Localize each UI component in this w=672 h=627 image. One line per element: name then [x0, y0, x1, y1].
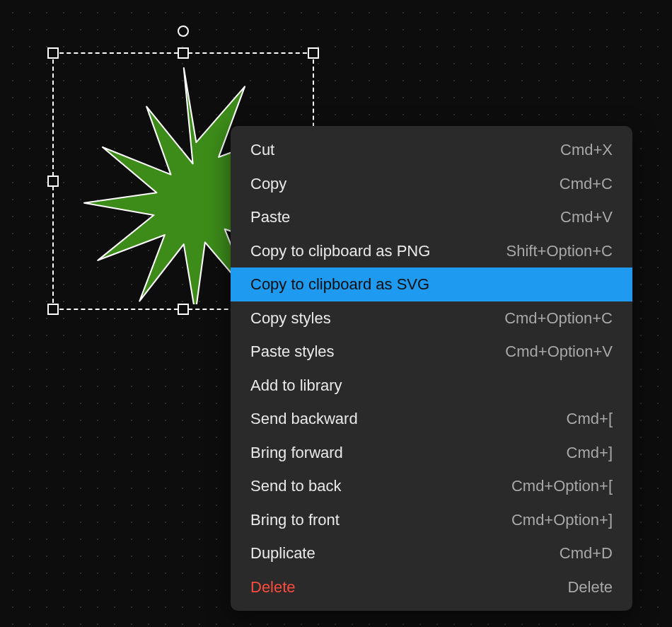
- menu-item-label: Delete: [250, 577, 296, 597]
- menu-item-label: Add to library: [250, 376, 342, 396]
- menu-item-paste-styles[interactable]: Paste stylesCmd+Option+V: [231, 335, 632, 369]
- menu-item-shortcut: Cmd+Option+C: [504, 309, 613, 328]
- menu-item-send-backward[interactable]: Send backwardCmd+[: [231, 402, 632, 436]
- menu-item-shortcut: Cmd+Option+]: [511, 510, 613, 530]
- menu-item-shortcut: Cmd+[: [567, 409, 613, 429]
- menu-item-label: Duplicate: [250, 543, 315, 563]
- rotate-handle-icon[interactable]: [178, 25, 189, 37]
- menu-item-paste[interactable]: PasteCmd+V: [231, 200, 632, 234]
- menu-item-add-to-library[interactable]: Add to library: [231, 369, 632, 403]
- menu-item-shortcut: Cmd+C: [560, 174, 613, 194]
- menu-item-shortcut: Cmd+Option+V: [505, 342, 613, 362]
- menu-item-label: Copy styles: [250, 309, 331, 328]
- menu-item-duplicate[interactable]: DuplicateCmd+D: [231, 536, 632, 570]
- menu-item-bring-to-front[interactable]: Bring to frontCmd+Option+]: [231, 503, 632, 537]
- menu-item-copy[interactable]: CopyCmd+C: [231, 167, 632, 201]
- menu-item-cut[interactable]: CutCmd+X: [231, 133, 632, 167]
- menu-item-copy-to-clipboard-as-svg[interactable]: Copy to clipboard as SVG: [231, 268, 632, 301]
- menu-item-label: Paste styles: [250, 342, 335, 362]
- menu-item-copy-styles[interactable]: Copy stylesCmd+Option+C: [231, 301, 632, 335]
- menu-item-label: Send backward: [250, 409, 358, 429]
- resize-handle-middle-left[interactable]: [47, 176, 59, 187]
- menu-item-label: Cut: [250, 140, 274, 160]
- menu-item-bring-forward[interactable]: Bring forwardCmd+]: [231, 436, 632, 470]
- menu-item-label: Paste: [250, 207, 290, 227]
- resize-handle-top-middle[interactable]: [178, 47, 189, 59]
- canvas[interactable]: CutCmd+XCopyCmd+CPasteCmd+VCopy to clipb…: [0, 0, 672, 627]
- menu-item-send-to-back[interactable]: Send to backCmd+Option+[: [231, 469, 632, 503]
- menu-item-label: Send to back: [250, 476, 341, 496]
- menu-item-label: Bring to front: [250, 510, 340, 530]
- menu-item-shortcut: Delete: [567, 577, 613, 597]
- menu-item-shortcut: Cmd+V: [560, 207, 613, 227]
- menu-item-shortcut: Cmd+]: [567, 443, 613, 463]
- menu-item-shortcut: Cmd+D: [560, 543, 613, 563]
- menu-item-label: Copy to clipboard as PNG: [250, 241, 430, 261]
- resize-handle-bottom-left[interactable]: [47, 304, 59, 315]
- resize-handle-top-right[interactable]: [308, 47, 319, 59]
- menu-item-shortcut: Shift+Option+C: [506, 241, 613, 261]
- menu-item-shortcut: Cmd+X: [560, 140, 613, 160]
- context-menu: CutCmd+XCopyCmd+CPasteCmd+VCopy to clipb…: [231, 126, 632, 611]
- menu-item-shortcut: Cmd+Option+[: [511, 476, 613, 496]
- menu-item-label: Copy: [250, 174, 286, 194]
- resize-handle-top-left[interactable]: [47, 47, 59, 59]
- menu-item-label: Bring forward: [250, 443, 343, 463]
- menu-item-delete[interactable]: DeleteDelete: [231, 570, 632, 604]
- menu-item-copy-to-clipboard-as-png[interactable]: Copy to clipboard as PNGShift+Option+C: [231, 234, 632, 268]
- menu-item-label: Copy to clipboard as SVG: [250, 275, 429, 294]
- resize-handle-bottom-middle[interactable]: [178, 304, 189, 315]
